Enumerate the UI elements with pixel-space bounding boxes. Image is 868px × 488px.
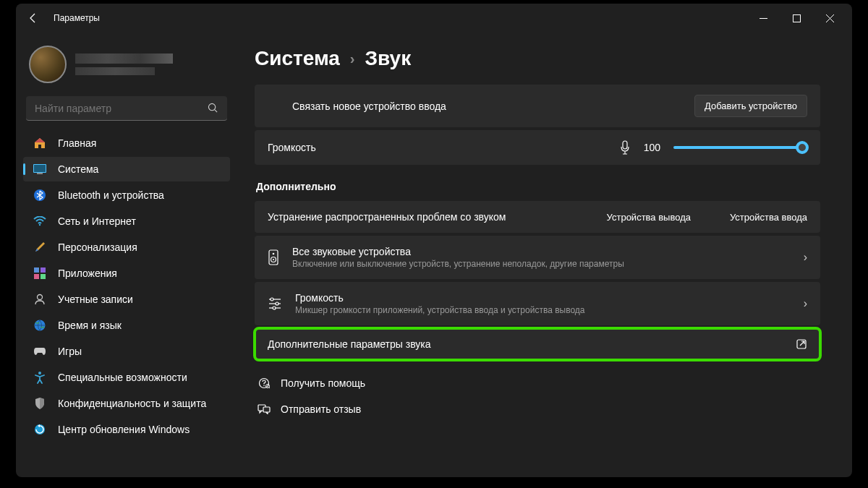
nav-gaming[interactable]: Игры	[23, 339, 230, 364]
help-icon	[258, 377, 271, 389]
apps-icon	[33, 267, 46, 280]
search-box[interactable]	[26, 96, 227, 121]
search-input[interactable]	[35, 103, 208, 114]
home-icon	[33, 137, 46, 150]
nav-label: Время и язык	[58, 320, 122, 331]
feedback-icon	[258, 404, 271, 414]
mixer-sub: Микшер громкости приложений, устройства …	[295, 305, 585, 315]
brush-icon	[33, 241, 46, 254]
close-button[interactable]	[813, 7, 846, 30]
mixer-title: Громкость	[295, 292, 585, 304]
svg-point-2	[208, 103, 215, 110]
input-devices-button[interactable]: Устройства ввода	[730, 212, 807, 223]
feedback-label: Отправить отзыв	[281, 403, 361, 415]
back-button[interactable]	[22, 7, 45, 30]
nav-privacy[interactable]: Конфиденциальность и защита	[23, 391, 230, 416]
svg-rect-1	[793, 14, 800, 22]
nav-network[interactable]: Сеть и Интернет	[23, 209, 230, 234]
volume-label: Громкость	[268, 142, 316, 153]
troubleshoot-label: Устранение распространенных проблем со з…	[268, 211, 506, 223]
feedback-link[interactable]: Отправить отзыв	[255, 396, 820, 422]
volume-slider[interactable]	[673, 146, 807, 149]
window-title: Параметры	[54, 13, 100, 23]
user-email	[75, 67, 155, 75]
mixer-row[interactable]: Громкость Микшер громкости приложений, у…	[255, 282, 820, 325]
nav-windows-update[interactable]: Центр обновления Windows	[23, 417, 230, 442]
output-devices-button[interactable]: Устройства вывода	[607, 212, 691, 223]
globe-icon	[33, 319, 46, 332]
nav-home[interactable]: Главная	[23, 131, 230, 155]
svg-point-21	[273, 259, 274, 260]
all-devices-row[interactable]: Все звуковые устройства Включение или вы…	[255, 236, 820, 279]
svg-point-15	[38, 372, 41, 374]
troubleshoot-row: Устранение распространенных проблем со з…	[255, 201, 820, 233]
avatar	[29, 46, 67, 83]
nav-accessibility[interactable]: Специальные возможности	[23, 365, 230, 390]
add-device-button[interactable]: Добавить устройство	[694, 95, 807, 117]
nav-label: Учетные записи	[58, 294, 133, 305]
volume-row: Громкость 100	[255, 130, 820, 165]
svg-rect-10	[41, 267, 46, 273]
svg-rect-5	[34, 165, 46, 172]
user-name	[75, 53, 173, 64]
nav-label: Сеть и Интернет	[58, 215, 136, 227]
svg-point-30	[263, 385, 265, 387]
svg-point-8	[39, 224, 41, 226]
chevron-right-icon: ›	[804, 297, 807, 310]
nav-label: Приложения	[58, 267, 117, 279]
user-icon	[33, 293, 46, 306]
svg-rect-6	[37, 173, 43, 174]
connect-label: Связать новое устройство ввода	[292, 100, 446, 112]
chevron-right-icon: ›	[350, 51, 355, 67]
nav-label: Центр обновления Windows	[58, 424, 190, 435]
nav-label: Игры	[58, 346, 82, 357]
more-sound-title: Дополнительные параметры звука	[268, 338, 431, 350]
svg-line-3	[215, 110, 217, 112]
get-help-label: Получить помощь	[281, 377, 365, 389]
nav-label: Главная	[58, 137, 96, 149]
more-sound-settings-row[interactable]: Дополнительные параметры звука	[255, 328, 820, 360]
maximize-button[interactable]	[780, 7, 813, 30]
bluetooth-icon	[33, 189, 46, 202]
nav-apps[interactable]: Приложения	[23, 261, 230, 286]
shield-icon	[33, 397, 46, 410]
svg-rect-11	[34, 274, 39, 279]
breadcrumb-current: Звук	[365, 47, 412, 70]
microphone-icon[interactable]	[619, 140, 631, 155]
wifi-icon	[33, 215, 46, 228]
svg-rect-9	[34, 267, 39, 273]
connect-device-row: Связать новое устройство ввода Добавить …	[255, 85, 820, 127]
nav-label: Персонализация	[58, 241, 137, 253]
svg-point-25	[276, 302, 278, 305]
speaker-icon	[268, 249, 279, 265]
svg-point-19	[273, 253, 275, 255]
update-icon	[33, 423, 46, 436]
nav-label: Bluetooth и устройства	[58, 189, 164, 201]
accessibility-icon	[33, 371, 46, 384]
minimize-button[interactable]	[746, 7, 780, 30]
all-devices-sub: Включение или выключение устройств, устр…	[292, 259, 624, 269]
nav-label: Система	[58, 163, 98, 175]
mixer-icon	[268, 297, 282, 310]
svg-rect-17	[623, 141, 627, 149]
get-help-link[interactable]: Получить помощь	[255, 370, 820, 396]
user-profile[interactable]	[23, 35, 230, 96]
svg-rect-34	[263, 407, 270, 412]
volume-value: 100	[644, 142, 660, 153]
svg-point-13	[38, 295, 43, 300]
breadcrumb-root[interactable]: Система	[255, 47, 340, 70]
gamepad-icon	[33, 345, 46, 358]
nav-label: Конфиденциальность и защита	[58, 398, 206, 409]
nav-time-language[interactable]: Время и язык	[23, 313, 230, 338]
nav-system[interactable]: Система	[23, 157, 230, 181]
chevron-right-icon: ›	[804, 251, 807, 264]
nav-label: Специальные возможности	[58, 372, 187, 383]
all-devices-title: Все звуковые устройства	[292, 246, 624, 257]
svg-rect-12	[41, 274, 46, 279]
nav-personalization[interactable]: Персонализация	[23, 235, 230, 260]
svg-point-23	[271, 298, 273, 301]
breadcrumb: Система › Звук	[255, 47, 820, 70]
external-link-icon	[796, 338, 807, 350]
nav-accounts[interactable]: Учетные записи	[23, 287, 230, 312]
nav-bluetooth[interactable]: Bluetooth и устройства	[23, 183, 230, 207]
